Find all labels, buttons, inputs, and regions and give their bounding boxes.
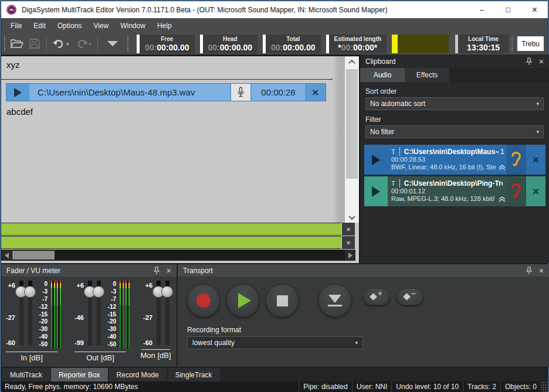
track-duration: 00:00:28 [252,84,305,101]
resize-grip[interactable] [541,381,548,392]
track-record-button[interactable] [231,84,250,101]
track-area-shade [333,56,345,223]
entry-listen-button[interactable] [507,145,526,175]
collapse-chevrons-icon[interactable] [498,195,506,205]
undo-caret-icon[interactable]: ▾ [66,41,69,47]
sort-order-select[interactable]: No automatic sort ▾ [365,97,544,110]
track-lane-waveform[interactable] [1,223,341,236]
redo-caret-icon[interactable]: ▾ [89,41,92,47]
menu-view[interactable]: View [87,19,114,32]
save-button[interactable] [26,36,43,52]
entry-listen-button[interactable] [507,176,526,206]
fader-panel-title: Fader / VU meter [6,267,60,275]
recording-format-select[interactable]: lowest quality ▾ [187,336,363,349]
entry-info[interactable]: T C:\Users\nin\Desktop\Maus-48.m 1 00:00… [388,145,507,175]
horizontal-scroll-thumb[interactable] [12,251,55,260]
lane-close-button[interactable]: × [342,223,355,236]
scroll-right-button[interactable] [345,250,355,261]
track-lane-2[interactable]: × [1,236,355,249]
pin-icon[interactable] [526,267,533,275]
status-pipe: Pipe: disabled [299,381,351,392]
skip-to-end-button[interactable] [318,284,351,317]
menu-edit[interactable]: Edit [28,19,52,32]
menu-window[interactable]: Window [114,19,151,32]
scroll-left-button[interactable] [1,250,12,261]
play-icon [372,155,380,165]
free-counter-value: 00:00.00 [157,43,189,52]
open-button[interactable] [8,36,26,52]
remove-marker-button[interactable]: − [396,288,423,305]
collapse-chevrons-icon[interactable] [498,163,506,173]
clipboard-panel: Clipboard × Audio Effects Sort order No … [359,54,549,263]
entry-delete-button[interactable]: × [526,176,545,206]
font-button[interactable]: Trebu [517,36,544,51]
entry-info[interactable]: T C:\Users\nin\Desktop\Ping-Trenner.M 00… [388,176,507,206]
fader-slider[interactable] [163,281,172,346]
horizontal-scrollbar[interactable] [1,250,355,261]
fader-slider[interactable] [26,281,35,346]
tab-reporter-box[interactable]: Reporter Box [51,368,108,381]
caret-down-icon: ▾ [536,129,539,135]
menu-options[interactable]: Options [52,19,87,32]
audio-track-bar[interactable]: C:\Users\nin\Desktop\Maus-48.mp3.wav 00:… [6,83,326,101]
toolbar-grip[interactable] [127,37,128,51]
close-panel-icon[interactable]: × [539,58,544,65]
status-tracks: Tracks: 2 [463,381,500,392]
track-lane-waveform[interactable] [1,236,341,249]
clipboard-entry-list: T C:\Users\nin\Desktop\Maus-48.m 1 00:00… [364,145,545,206]
close-button[interactable]: × [521,1,548,18]
record-button[interactable] [187,284,220,317]
redo-button[interactable]: ▾ [72,36,94,52]
estimated-length-counter: Estimated length *00:00:00* [329,35,387,53]
toolbar-grip[interactable] [511,37,513,51]
app-icon: m [6,5,16,15]
scroll-up-button[interactable] [345,57,359,67]
tab-multitrack[interactable]: MultiTrack [2,368,50,381]
menu-help[interactable]: Help [151,19,178,32]
toolbar-grip[interactable] [4,37,5,51]
clipboard-entry[interactable]: T C:\Users\nin\Desktop\Maus-48.m 1 00:00… [364,145,545,175]
vertical-scrollbar[interactable] [345,57,359,223]
track-play-button[interactable] [6,84,29,101]
track-editor-area[interactable]: xyz C:\Users\nin\Desktop\Maus-48.mp3.wav… [1,54,359,263]
minimize-button[interactable]: – [469,1,495,18]
play-button[interactable] [226,284,259,317]
fader-slider[interactable] [94,281,103,346]
close-panel-icon[interactable]: × [539,267,544,274]
entry-badge: 1 [500,147,504,156]
fader-knob[interactable] [24,286,36,298]
add-marker-button[interactable]: + [363,288,390,305]
fader-min-label: -60 [6,339,15,346]
vu-meter-bars [51,281,61,349]
tab-record-mode[interactable]: Record Mode [109,368,167,381]
clipboard-entry[interactable]: T C:\Users\nin\Desktop\Ping-Trenner.M 00… [364,176,545,206]
local-time-counter: Local Time 13:30:15 [458,35,509,53]
scroll-down-button[interactable] [345,212,359,223]
dropdown-button[interactable] [101,36,124,52]
entry-delete-button[interactable]: × [526,145,545,175]
app-icon-letter: m [8,6,15,13]
track-lane-1[interactable]: × [1,223,355,236]
fader-vu-panel: Fader / VU meter × +6 -27 -60 0-3-7-12- [1,264,177,367]
maximize-button[interactable]: □ [495,1,521,18]
tab-effects[interactable]: Effects [405,68,449,82]
entry-play-button[interactable] [364,176,388,206]
fader-knob[interactable] [93,286,104,298]
stop-button[interactable] [266,284,299,317]
undo-button[interactable]: ▾ [50,36,72,52]
entry-play-button[interactable] [364,145,388,175]
pin-icon[interactable] [526,57,533,66]
close-panel-icon[interactable]: × [167,267,171,274]
lane-close-button[interactable]: × [342,236,355,249]
filter-select[interactable]: No filter ▾ [365,125,544,138]
vertical-scroll-thumb[interactable] [346,69,358,179]
tab-audio[interactable]: Audio [360,68,405,82]
track-close-button[interactable]: × [305,84,326,101]
fader-knob[interactable] [161,286,173,298]
menu-file[interactable]: File [5,19,28,32]
fader-mid-label: -46 [74,314,84,321]
chevron-up-icon [348,60,355,66]
track-file-path[interactable]: C:\Users\nin\Desktop\Maus-48.mp3.wav [29,84,230,101]
tab-singletrack[interactable]: SingleTrack [168,368,220,381]
pin-icon[interactable] [153,267,160,275]
